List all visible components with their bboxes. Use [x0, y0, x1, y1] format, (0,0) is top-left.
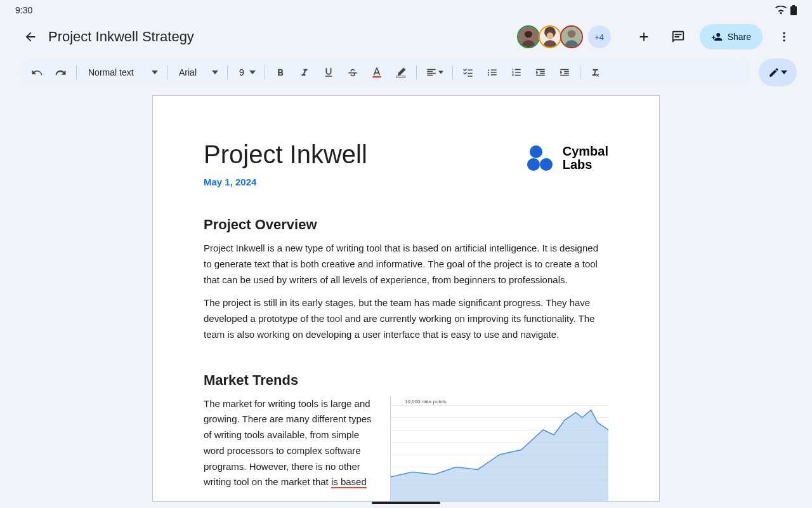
clear-formatting-button[interactable]: [584, 62, 607, 83]
collaborators: +4: [520, 25, 611, 48]
chevron-down-icon: [212, 70, 218, 74]
logo-text-1: Cymbal: [563, 145, 608, 158]
doc-heading-2: Project Overview: [204, 217, 608, 233]
chevron-down-icon: [249, 70, 256, 74]
document-title[interactable]: Project Inkwell Strategy: [48, 29, 509, 45]
text-color-button[interactable]: [365, 62, 388, 83]
status-time: 9:30: [15, 5, 32, 15]
svg-point-10: [783, 39, 785, 41]
doc-paragraph: The market for writing tools is large an…: [204, 396, 375, 502]
navigation-handle[interactable]: [372, 502, 440, 504]
person-add-icon: [711, 31, 723, 43]
market-trends-chart: 10,000 data points: [390, 396, 608, 502]
document-page[interactable]: Project Inkwell May 1, 2024 Cymbal Labs …: [152, 95, 660, 502]
svg-point-8: [783, 32, 785, 34]
checklist-button[interactable]: [457, 62, 480, 83]
doc-paragraph: The project is still in its early stages…: [204, 295, 608, 342]
more-menu-button[interactable]: [771, 24, 797, 50]
indent-button[interactable]: [553, 62, 576, 83]
svg-point-5: [546, 32, 553, 39]
svg-rect-11: [372, 76, 381, 78]
numbered-list-button[interactable]: [505, 62, 528, 83]
bold-button[interactable]: [269, 62, 292, 83]
formatting-toolbar: Normal text Arial 9: [19, 58, 751, 86]
outdent-button[interactable]: [529, 62, 552, 83]
company-logo: Cymbal Labs: [527, 144, 608, 172]
svg-point-15: [540, 158, 553, 171]
more-collaborators[interactable]: +4: [588, 25, 611, 48]
chevron-down-icon: [438, 70, 443, 74]
edit-mode-button[interactable]: [759, 58, 797, 86]
paragraph-style-select[interactable]: Normal text: [81, 67, 163, 77]
doc-heading-1: Project Inkwell: [204, 140, 367, 169]
italic-button[interactable]: [293, 62, 316, 83]
pencil-icon: [768, 67, 780, 78]
doc-date: May 1, 2024: [204, 177, 367, 187]
status-icons: [775, 5, 797, 15]
svg-point-13: [530, 145, 542, 158]
align-button[interactable]: [421, 62, 449, 83]
undo-button[interactable]: [25, 62, 48, 83]
doc-paragraph: Project Inkwell is a new type of writing…: [204, 241, 608, 288]
logo-icon: [527, 144, 556, 172]
chevron-down-icon: [781, 70, 787, 74]
svg-point-9: [783, 36, 785, 37]
bulleted-list-button[interactable]: [481, 62, 504, 83]
wifi-icon: [775, 6, 787, 15]
add-button[interactable]: [631, 24, 657, 50]
avatar[interactable]: [560, 25, 583, 48]
logo-text-2: Labs: [563, 158, 608, 171]
svg-point-14: [527, 158, 540, 171]
svg-rect-12: [396, 76, 405, 78]
avatar[interactable]: [539, 25, 561, 48]
share-label: Share: [728, 32, 751, 42]
back-button[interactable]: [23, 29, 38, 44]
redo-button[interactable]: [49, 62, 72, 83]
avatar[interactable]: [517, 25, 540, 48]
doc-heading-2: Market Trends: [204, 372, 608, 389]
highlight-button[interactable]: [390, 62, 412, 83]
share-button[interactable]: Share: [700, 24, 763, 50]
underline-button[interactable]: [317, 62, 340, 83]
battery-icon: [790, 5, 797, 15]
font-size-select[interactable]: 9: [232, 67, 261, 77]
chevron-down-icon: [152, 70, 158, 74]
strikethrough-button[interactable]: [341, 62, 364, 83]
comments-button[interactable]: [665, 24, 691, 50]
font-select[interactable]: Arial: [171, 67, 223, 77]
